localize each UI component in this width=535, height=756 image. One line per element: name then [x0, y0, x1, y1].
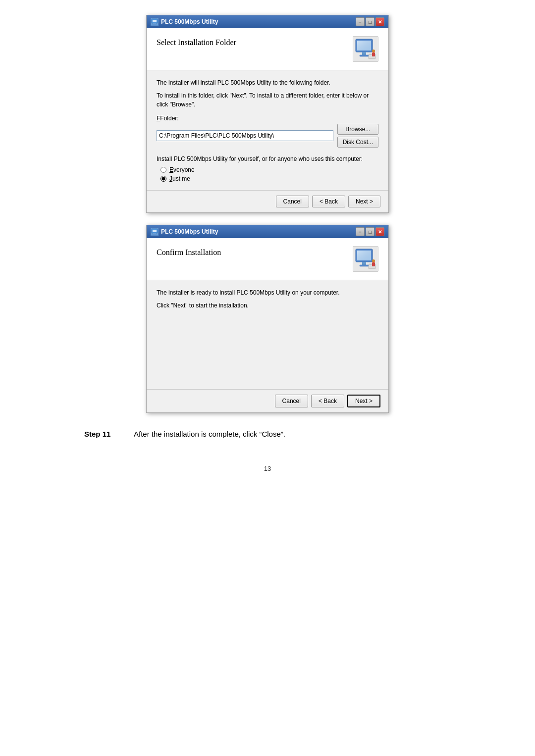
dialog2-content: The installer is ready to install PLC 50…	[147, 280, 388, 389]
dialog2-maximize-button[interactable]: □	[366, 227, 374, 236]
dialog2-line1: The installer is ready to install PLC 50…	[157, 288, 378, 297]
dialog2-titlebar-left: PLC 500Mbps Utility	[151, 228, 218, 236]
svg-rect-19	[357, 251, 371, 260]
browse-button[interactable]: Browse...	[337, 124, 378, 135]
svg-rect-6	[357, 41, 371, 50]
radio-everyone-input[interactable]	[160, 167, 166, 173]
dialog1-titlebar: PLC 500Mbps Utility − □ ✕	[147, 15, 388, 28]
select-installation-folder-dialog: PLC 500Mbps Utility − □ ✕ Select Install…	[146, 15, 389, 213]
radio-just-me[interactable]: Just me	[160, 175, 378, 182]
dialog1-line1: The installer will install PLC 500Mbps U…	[157, 78, 378, 87]
dialog1-back-button[interactable]: < Back	[312, 196, 345, 207]
dialog1-line2: To install in this folder, click "Next".…	[157, 91, 378, 109]
dialog2-title: PLC 500Mbps Utility	[161, 228, 218, 235]
svg-rect-15	[153, 233, 156, 234]
radio-group: Everyone Just me	[160, 166, 378, 182]
dialog2-back-button[interactable]: < Back	[311, 395, 344, 407]
folder-input[interactable]	[157, 130, 333, 141]
svg-point-24	[372, 259, 375, 262]
folder-row: Browse... Disk Cost...	[157, 124, 378, 148]
svg-point-11	[372, 50, 375, 52]
minimize-button[interactable]: −	[356, 17, 365, 26]
dialog2-titlebar: PLC 500Mbps Utility − □ ✕	[147, 225, 388, 238]
dialog1-body: Select Installation Folder	[147, 28, 388, 212]
folder-section: FFolder: Browse... Disk Cost...	[157, 115, 378, 148]
svg-rect-21	[360, 265, 369, 266]
step11-label: Step 11	[84, 430, 124, 438]
radio-just-me-label: Just me	[169, 175, 190, 182]
radio-everyone[interactable]: Everyone	[160, 166, 378, 173]
install-for-section: Install PLC 500Mbps Utility for yourself…	[157, 155, 378, 182]
dialog2-titlebar-controls: − □ ✕	[356, 227, 384, 236]
dialog2-close-button[interactable]: ✕	[375, 227, 384, 236]
dialog1-cancel-button[interactable]: Cancel	[276, 196, 309, 207]
side-buttons: Browse... Disk Cost...	[337, 124, 378, 148]
dialog2-cancel-button[interactable]: Cancel	[275, 395, 308, 407]
svg-rect-16	[152, 234, 157, 235]
titlebar-left: PLC 500Mbps Utility	[151, 18, 218, 26]
dialog2-footer: Cancel < Back Next >	[147, 389, 388, 412]
dialog1-icon	[353, 36, 378, 62]
dialog2-titlebar-app-icon	[151, 228, 159, 236]
folder-label: FFolder:	[157, 115, 378, 122]
confirm-installation-dialog: PLC 500Mbps Utility − □ ✕ Confirm Instal…	[146, 225, 389, 413]
dialog1-footer: Cancel < Back Next >	[147, 190, 388, 212]
dialog1-heading: Select Installation Folder	[157, 38, 236, 47]
titlebar-controls: − □ ✕	[356, 17, 384, 26]
radio-everyone-label: Everyone	[169, 166, 195, 173]
dialog2-body: Confirm Installation	[147, 238, 388, 412]
titlebar-app-icon	[151, 18, 159, 26]
install-for-label: Install PLC 500Mbps Utility for yourself…	[157, 155, 378, 162]
dialog2-header: Confirm Installation	[147, 238, 388, 280]
page-number: 13	[264, 465, 271, 472]
svg-rect-2	[153, 23, 156, 24]
dialog1-next-button[interactable]: Next >	[348, 196, 380, 207]
svg-rect-8	[360, 55, 369, 56]
svg-rect-7	[362, 52, 366, 55]
svg-rect-20	[362, 262, 366, 265]
disk-cost-button[interactable]: Disk Cost...	[337, 137, 378, 148]
dialog2-minimize-button[interactable]: −	[356, 227, 365, 236]
dialog2-line2: Click "Next" to start the installation.	[157, 301, 378, 310]
svg-rect-12	[372, 52, 375, 56]
dialog1-title: PLC 500Mbps Utility	[161, 18, 218, 25]
svg-rect-1	[153, 20, 157, 22]
step11-text: After the installation is complete, clic…	[134, 430, 285, 438]
dialog2-heading: Confirm Installation	[157, 248, 221, 257]
radio-just-me-input[interactable]	[160, 176, 166, 182]
dialog2-next-button[interactable]: Next >	[347, 395, 380, 407]
close-button[interactable]: ✕	[375, 17, 384, 26]
svg-rect-25	[372, 262, 375, 266]
dialog1-header: Select Installation Folder	[147, 28, 388, 70]
dialog1-content: The installer will install PLC 500Mbps U…	[147, 70, 388, 190]
dialog2-icon	[353, 246, 378, 272]
maximize-button[interactable]: □	[366, 17, 374, 26]
svg-rect-3	[152, 24, 157, 25]
step11-section: Step 11 After the installation is comple…	[74, 425, 461, 443]
svg-rect-14	[153, 230, 157, 232]
